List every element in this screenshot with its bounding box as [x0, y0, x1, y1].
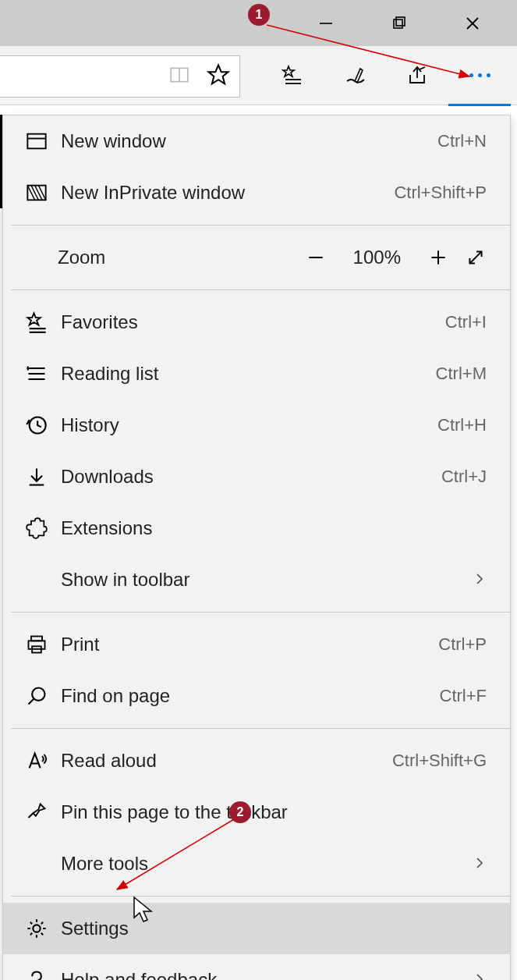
- menu-item-read-aloud[interactable]: Read aloud Ctrl+Shift+G: [3, 735, 510, 786]
- chevron-right-icon: [473, 853, 487, 875]
- zoom-label: Zoom: [58, 247, 297, 268]
- menu-item-label: New InPrivate window: [55, 182, 394, 204]
- menu-item-pin-taskbar[interactable]: Pin this page to the taskbar: [3, 786, 510, 838]
- help-icon: [19, 969, 55, 980]
- menu-item-shortcut: Ctrl+N: [437, 131, 487, 151]
- close-button[interactable]: [436, 0, 509, 46]
- menu-item-more-tools[interactable]: More tools: [3, 838, 510, 889]
- fullscreen-button[interactable]: [457, 247, 494, 268]
- address-bar[interactable]: [0, 55, 240, 98]
- zoom-out-button[interactable]: [297, 247, 335, 268]
- menu-separator: [11, 289, 510, 290]
- svg-rect-13: [27, 186, 45, 201]
- menu-separator: [11, 225, 510, 225]
- menu-item-history[interactable]: History Ctrl+H: [3, 399, 510, 451]
- menu-item-help[interactable]: Help and feedback: [3, 954, 510, 980]
- menu-item-label: More tools: [55, 853, 473, 875]
- window-icon: [19, 130, 55, 152]
- svg-point-33: [33, 925, 40, 932]
- menu-item-shortcut: Ctrl+M: [436, 364, 487, 384]
- menu-separator: [11, 728, 510, 729]
- menu-item-label: Read aloud: [55, 750, 392, 772]
- menu-item-shortcut: Ctrl+P: [438, 634, 487, 655]
- menu-item-label: Settings: [55, 918, 487, 939]
- menu-item-shortcut: Ctrl+Shift+P: [394, 183, 487, 203]
- menu-item-shortcut: Ctrl+Shift+G: [392, 751, 487, 771]
- menu-item-label: Extensions: [55, 517, 487, 539]
- extensions-icon: [19, 517, 55, 539]
- share-icon[interactable]: [386, 51, 448, 101]
- menu-item-print[interactable]: Print Ctrl+P: [3, 619, 510, 670]
- browser-toolbar: [0, 46, 517, 105]
- settings-menu: New window Ctrl+N New InPrivate window C…: [2, 115, 511, 980]
- pin-icon: [19, 801, 55, 823]
- read-aloud-icon: [19, 750, 55, 772]
- reading-view-icon[interactable]: [169, 65, 189, 88]
- menu-item-label: Help and feedback: [55, 969, 473, 980]
- history-icon: [19, 414, 55, 436]
- downloads-icon: [19, 466, 55, 488]
- menu-separator: [11, 612, 510, 612]
- maximize-button[interactable]: [363, 0, 436, 46]
- menu-item-label: Reading list: [55, 363, 436, 385]
- favorite-star-icon[interactable]: [207, 63, 230, 90]
- print-icon: [19, 634, 55, 655]
- svg-line-31: [29, 699, 34, 705]
- menu-item-shortcut: Ctrl+H: [437, 415, 487, 435]
- menu-item-label: New window: [55, 130, 437, 152]
- svg-marker-18: [27, 313, 40, 325]
- svg-rect-2: [396, 17, 405, 26]
- annotation-step-1: 1: [248, 4, 270, 26]
- menu-item-extensions[interactable]: Extensions: [3, 502, 510, 554]
- svg-line-17: [469, 251, 481, 263]
- chevron-right-icon: [473, 569, 487, 591]
- svg-marker-7: [209, 66, 228, 84]
- notes-icon[interactable]: [324, 51, 386, 101]
- gear-icon: [19, 918, 55, 939]
- menu-item-zoom: Zoom 100%: [3, 232, 510, 283]
- menu-item-shortcut: Ctrl+F: [440, 686, 487, 706]
- svg-point-30: [32, 688, 44, 701]
- inprivate-icon: [19, 182, 55, 204]
- menu-item-new-window[interactable]: New window Ctrl+N: [3, 115, 510, 167]
- menu-item-label: Find on page: [55, 685, 440, 707]
- chevron-right-icon: [473, 969, 487, 980]
- active-button-indicator: [448, 104, 511, 106]
- menu-item-label: Favorites: [55, 311, 445, 333]
- svg-rect-1: [394, 20, 402, 28]
- menu-item-label: Pin this page to the taskbar: [55, 801, 487, 823]
- zoom-in-button[interactable]: [420, 247, 457, 268]
- menu-item-show-in-toolbar[interactable]: Show in toolbar: [3, 554, 510, 605]
- annotation-step-2: 2: [229, 801, 251, 823]
- menu-item-label: Print: [55, 634, 438, 655]
- more-options-button[interactable]: [448, 51, 511, 101]
- favorites-icon: [19, 311, 55, 333]
- menu-item-reading-list[interactable]: Reading list Ctrl+M: [3, 348, 510, 399]
- svg-rect-11: [27, 134, 45, 149]
- svg-marker-8: [283, 66, 294, 76]
- menu-item-shortcut: Ctrl+I: [445, 312, 487, 332]
- menu-separator: [11, 896, 510, 897]
- more-icon: [469, 73, 490, 77]
- reading-list-icon: [19, 363, 55, 385]
- mouse-cursor: [133, 896, 154, 925]
- menu-item-settings[interactable]: Settings: [3, 903, 510, 954]
- menu-item-downloads[interactable]: Downloads Ctrl+J: [3, 451, 510, 502]
- menu-item-find-on-page[interactable]: Find on page Ctrl+F: [3, 670, 510, 722]
- favorites-list-icon[interactable]: [261, 51, 324, 101]
- find-icon: [19, 685, 55, 707]
- svg-rect-28: [29, 641, 45, 649]
- zoom-value: 100%: [353, 247, 401, 268]
- menu-item-shortcut: Ctrl+J: [441, 467, 487, 487]
- menu-item-new-inprivate[interactable]: New InPrivate window Ctrl+Shift+P: [3, 167, 510, 218]
- menu-item-favorites[interactable]: Favorites Ctrl+I: [3, 296, 510, 348]
- menu-item-label: Show in toolbar: [55, 569, 473, 591]
- menu-item-label: History: [55, 414, 437, 436]
- svg-line-32: [29, 813, 34, 818]
- menu-item-label: Downloads: [55, 466, 441, 488]
- svg-marker-39: [134, 897, 151, 921]
- minimize-button[interactable]: [289, 0, 363, 46]
